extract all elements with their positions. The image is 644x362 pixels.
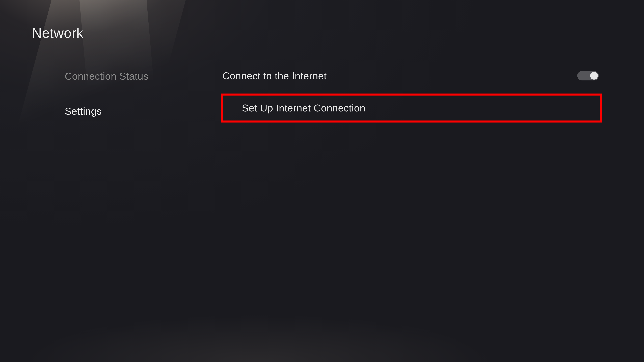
connect-internet-row[interactable]: Connect to the Internet bbox=[221, 66, 602, 85]
setup-internet-connection-label: Set Up Internet Connection bbox=[242, 102, 366, 114]
page-title: Network bbox=[32, 25, 84, 41]
sidebar-item-connection-status[interactable]: Connection Status bbox=[65, 70, 199, 82]
settings-content: Connect to the Internet Set Up Internet … bbox=[221, 66, 602, 122]
toggle-knob-icon bbox=[590, 72, 598, 80]
setup-internet-connection-row[interactable]: Set Up Internet Connection bbox=[221, 93, 602, 122]
sidebar-nav: Connection Status Settings bbox=[65, 70, 199, 140]
connect-internet-label: Connect to the Internet bbox=[222, 70, 327, 82]
connect-internet-toggle[interactable] bbox=[577, 71, 599, 80]
sidebar-item-settings[interactable]: Settings bbox=[65, 105, 199, 117]
